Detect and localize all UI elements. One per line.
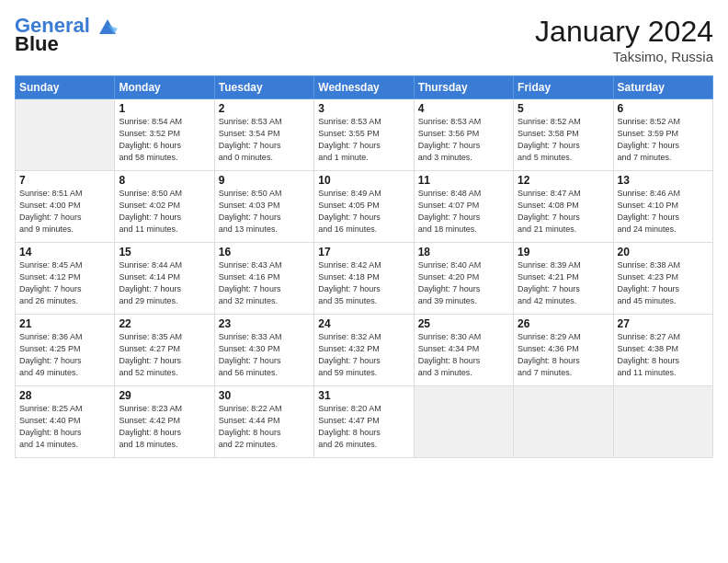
logo-icon [97,17,118,36]
day-number: 14 [19,246,110,259]
week-row-5: 28Sunrise: 8:25 AM Sunset: 4:40 PM Dayli… [16,386,713,458]
day-number: 21 [19,317,110,330]
day-number: 30 [219,389,310,402]
day-cell: 4Sunrise: 8:53 AM Sunset: 3:56 PM Daylig… [414,99,513,171]
day-info: Sunrise: 8:42 AM Sunset: 4:18 PM Dayligh… [318,259,409,307]
day-info: Sunrise: 8:38 AM Sunset: 4:23 PM Dayligh… [618,259,709,307]
day-cell: 17Sunrise: 8:42 AM Sunset: 4:18 PM Dayli… [314,243,414,315]
day-info: Sunrise: 8:23 AM Sunset: 4:42 PM Dayligh… [119,403,210,451]
day-info: Sunrise: 8:43 AM Sunset: 4:16 PM Dayligh… [219,259,310,307]
day-info: Sunrise: 8:32 AM Sunset: 4:32 PM Dayligh… [318,331,409,379]
week-row-4: 21Sunrise: 8:36 AM Sunset: 4:25 PM Dayli… [16,315,713,386]
day-info: Sunrise: 8:27 AM Sunset: 4:38 PM Dayligh… [618,331,709,379]
day-number: 11 [418,174,509,187]
header: General Blue January 2024 Taksimo, Russi… [15,15,713,64]
day-cell: 20Sunrise: 8:38 AM Sunset: 4:23 PM Dayli… [613,243,712,315]
day-number: 13 [618,174,709,187]
day-info: Sunrise: 8:35 AM Sunset: 4:27 PM Dayligh… [119,331,210,379]
day-header-thursday: Thursday [414,76,513,99]
day-info: Sunrise: 8:50 AM Sunset: 4:03 PM Dayligh… [219,188,310,236]
day-info: Sunrise: 8:29 AM Sunset: 4:36 PM Dayligh… [518,331,609,379]
day-cell: 3Sunrise: 8:53 AM Sunset: 3:55 PM Daylig… [314,99,414,171]
day-cell: 2Sunrise: 8:53 AM Sunset: 3:54 PM Daylig… [214,99,313,171]
day-number: 27 [618,317,709,330]
day-number: 5 [518,102,609,115]
day-info: Sunrise: 8:49 AM Sunset: 4:05 PM Dayligh… [318,188,409,236]
day-info: Sunrise: 8:52 AM Sunset: 3:59 PM Dayligh… [618,116,709,164]
day-cell: 25Sunrise: 8:30 AM Sunset: 4:34 PM Dayli… [414,315,513,386]
day-header-friday: Friday [514,76,613,99]
page-container: General Blue January 2024 Taksimo, Russi… [0,0,728,467]
day-info: Sunrise: 8:44 AM Sunset: 4:14 PM Dayligh… [119,259,210,307]
day-cell: 16Sunrise: 8:43 AM Sunset: 4:16 PM Dayli… [214,243,313,315]
day-cell: 29Sunrise: 8:23 AM Sunset: 4:42 PM Dayli… [115,386,214,458]
day-cell: 15Sunrise: 8:44 AM Sunset: 4:14 PM Dayli… [115,243,214,315]
day-cell: 27Sunrise: 8:27 AM Sunset: 4:38 PM Dayli… [613,315,712,386]
day-header-saturday: Saturday [613,76,712,99]
day-number: 31 [318,389,409,402]
day-cell [16,99,115,171]
week-row-3: 14Sunrise: 8:45 AM Sunset: 4:12 PM Dayli… [16,243,713,315]
day-cell [414,386,513,458]
day-cell: 30Sunrise: 8:22 AM Sunset: 4:44 PM Dayli… [214,386,313,458]
day-cell: 22Sunrise: 8:35 AM Sunset: 4:27 PM Dayli… [115,315,214,386]
day-header-sunday: Sunday [16,76,115,99]
day-info: Sunrise: 8:46 AM Sunset: 4:10 PM Dayligh… [618,188,709,236]
day-number: 16 [219,246,310,259]
day-info: Sunrise: 8:50 AM Sunset: 4:02 PM Dayligh… [119,188,210,236]
day-number: 19 [518,246,609,259]
day-info: Sunrise: 8:45 AM Sunset: 4:12 PM Dayligh… [19,259,110,307]
day-number: 8 [119,174,210,187]
day-cell: 31Sunrise: 8:20 AM Sunset: 4:47 PM Dayli… [314,386,414,458]
day-info: Sunrise: 8:53 AM Sunset: 3:55 PM Dayligh… [318,116,409,164]
week-row-2: 7Sunrise: 8:51 AM Sunset: 4:00 PM Daylig… [16,171,713,243]
day-info: Sunrise: 8:53 AM Sunset: 3:54 PM Dayligh… [219,116,310,164]
day-info: Sunrise: 8:30 AM Sunset: 4:34 PM Dayligh… [418,331,509,379]
day-cell: 5Sunrise: 8:52 AM Sunset: 3:58 PM Daylig… [514,99,613,171]
day-cell: 11Sunrise: 8:48 AM Sunset: 4:07 PM Dayli… [414,171,513,243]
calendar-table: SundayMondayTuesdayWednesdayThursdayFrid… [15,75,713,458]
day-cell: 13Sunrise: 8:46 AM Sunset: 4:10 PM Dayli… [613,171,712,243]
day-number: 6 [618,102,709,115]
day-cell: 23Sunrise: 8:33 AM Sunset: 4:30 PM Dayli… [214,315,313,386]
calendar-header-row: SundayMondayTuesdayWednesdayThursdayFrid… [16,76,713,99]
day-header-monday: Monday [115,76,214,99]
day-info: Sunrise: 8:48 AM Sunset: 4:07 PM Dayligh… [418,188,509,236]
day-info: Sunrise: 8:39 AM Sunset: 4:21 PM Dayligh… [518,259,609,307]
day-header-tuesday: Tuesday [214,76,313,99]
day-info: Sunrise: 8:36 AM Sunset: 4:25 PM Dayligh… [19,331,110,379]
day-cell: 10Sunrise: 8:49 AM Sunset: 4:05 PM Dayli… [314,171,414,243]
day-number: 3 [318,102,409,115]
day-info: Sunrise: 8:20 AM Sunset: 4:47 PM Dayligh… [318,403,409,451]
day-header-wednesday: Wednesday [314,76,414,99]
day-info: Sunrise: 8:40 AM Sunset: 4:20 PM Dayligh… [418,259,509,307]
logo: General Blue [15,15,119,55]
day-cell: 21Sunrise: 8:36 AM Sunset: 4:25 PM Dayli… [16,315,115,386]
day-cell: 14Sunrise: 8:45 AM Sunset: 4:12 PM Dayli… [16,243,115,315]
day-cell: 6Sunrise: 8:52 AM Sunset: 3:59 PM Daylig… [613,99,712,171]
day-number: 7 [19,174,110,187]
day-info: Sunrise: 8:51 AM Sunset: 4:00 PM Dayligh… [19,188,110,236]
day-number: 2 [219,102,310,115]
day-cell: 12Sunrise: 8:47 AM Sunset: 4:08 PM Dayli… [514,171,613,243]
week-row-1: 1Sunrise: 8:54 AM Sunset: 3:52 PM Daylig… [16,99,713,171]
day-cell: 1Sunrise: 8:54 AM Sunset: 3:52 PM Daylig… [115,99,214,171]
day-info: Sunrise: 8:53 AM Sunset: 3:56 PM Dayligh… [418,116,509,164]
day-number: 23 [219,317,310,330]
title-block: January 2024 Taksimo, Russia [535,15,713,64]
day-cell: 19Sunrise: 8:39 AM Sunset: 4:21 PM Dayli… [514,243,613,315]
day-info: Sunrise: 8:33 AM Sunset: 4:30 PM Dayligh… [219,331,310,379]
day-cell [613,386,712,458]
day-number: 1 [119,102,210,115]
day-number: 12 [518,174,609,187]
day-number: 28 [19,389,110,402]
day-number: 24 [318,317,409,330]
day-number: 4 [418,102,509,115]
day-number: 10 [318,174,409,187]
day-cell: 24Sunrise: 8:32 AM Sunset: 4:32 PM Dayli… [314,315,414,386]
day-number: 9 [219,174,310,187]
day-cell: 9Sunrise: 8:50 AM Sunset: 4:03 PM Daylig… [214,171,313,243]
day-info: Sunrise: 8:25 AM Sunset: 4:40 PM Dayligh… [19,403,110,451]
day-number: 22 [119,317,210,330]
day-number: 25 [418,317,509,330]
